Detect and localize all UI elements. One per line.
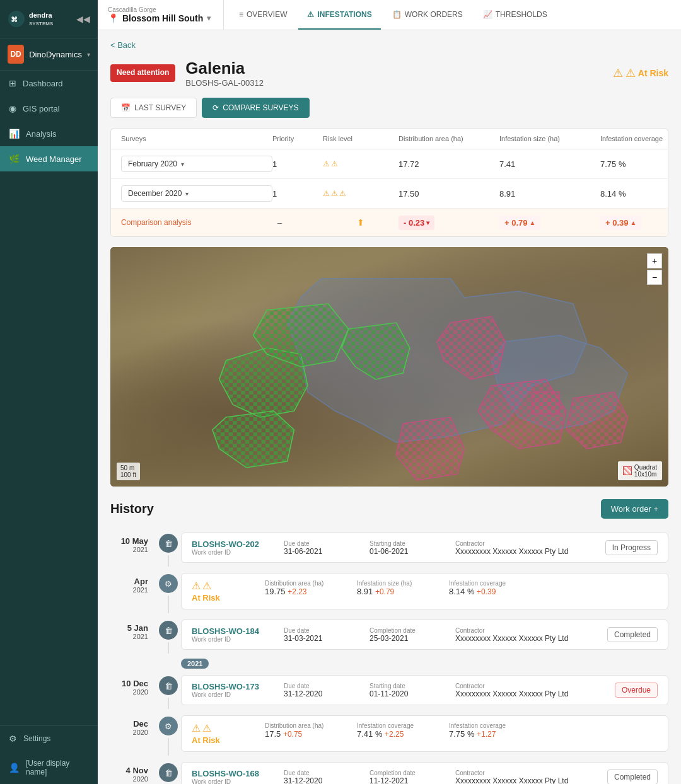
risk-icons-2: ⚠ ⚠ ⚠: [323, 189, 399, 198]
up-arrow-icon: ⬆: [357, 217, 364, 228]
status-badge: Completed: [607, 770, 658, 784]
comparison-row-2: December 2020 ▾ 1 ⚠ ⚠ ⚠ 17.50 8.91 8.14 …: [111, 179, 668, 209]
card-id-label: Work order ID: [192, 636, 274, 643]
work-order-icon: 🗑: [159, 534, 178, 553]
tab-label: WORK ORDERS: [405, 10, 463, 19]
timeline-date: 10 May 2021: [110, 529, 156, 567]
field-value: 31-03-2021: [284, 634, 359, 643]
timeline-date: 4 Nov 2020: [110, 758, 156, 784]
survey-icon: ⚙: [159, 717, 178, 735]
comp-dist-area: - 0.23 ▾: [399, 216, 434, 230]
svg-text:⌘: ⌘: [11, 16, 18, 23]
location-name: 📍 Blossom Hill South ▾: [108, 13, 213, 23]
header-inf-size: Infestation size (ha): [499, 135, 600, 142]
user-avatar: DD: [8, 45, 24, 64]
user-section[interactable]: DD DinoDynamics ▾: [0, 38, 98, 71]
tab-compare-surveys[interactable]: ⟳ COMPARE SURVEYS: [202, 98, 309, 118]
comparison-table: Surveys Priority Risk level Distribution…: [110, 128, 668, 237]
tab-label: OVERVIEW: [247, 10, 287, 19]
sidebar-bottom: ⚙ Settings 👤 [User display name]: [0, 725, 98, 784]
chevron-down-icon: ▾: [181, 161, 184, 168]
survey-card-row: ⚠ ⚠ At Risk Distribution area (ha) 17.5 …: [192, 722, 658, 745]
field-label: Due date: [284, 770, 359, 776]
timeline-connector: ⚙: [156, 569, 181, 613]
risk-icons-1: ⚠ ⚠: [323, 159, 399, 168]
history-item-1: 10 May 2021 🗑 BLOSHS-WO-202 Work order I…: [110, 529, 668, 567]
warning-icon-2: ⚠: [626, 66, 636, 80]
date-year: 2020: [133, 729, 148, 736]
sidebar-item-dashboard[interactable]: ⊞ Dashboard: [0, 71, 98, 96]
warning-icon: ⚠: [323, 189, 330, 198]
map-zoom-out-button[interactable]: −: [647, 270, 662, 285]
analysis-icon: 📊: [9, 129, 20, 139]
contractor-value: Xxxxxxxxx Xxxxxx Xxxxxx Pty Ltd: [455, 689, 605, 698]
tab-overview[interactable]: ≡ OVERVIEW: [230, 0, 296, 30]
inf-coverage-2: 8.14 %: [600, 189, 668, 199]
comparison-row-1: February 2020 ▾ 1 ⚠ ⚠ 17.72 7.41 7.75 %: [111, 149, 668, 179]
card-id-section: BLOSHS-WO-202 Work order ID: [192, 539, 274, 556]
sidebar-item-analysis[interactable]: 📊 Analysis: [0, 121, 98, 146]
field-label: Starting date: [370, 683, 445, 689]
card-due-date: Due date 31-12-2020: [284, 770, 359, 785]
location-caret-icon: ▾: [207, 14, 211, 23]
inf-size-1: 7.41: [499, 159, 600, 169]
card-due-date: Due date 31-12-2020: [284, 683, 359, 698]
warning-icon: ⚠: [331, 159, 338, 168]
overview-icon: ≡: [239, 10, 243, 19]
priority-val-1: 1: [272, 159, 323, 169]
location-selector[interactable]: Cascadilla Gorge 📍 Blossom Hill South ▾: [98, 0, 224, 30]
inf-size-2: 8.91: [499, 189, 600, 199]
history-item-4: 10 Dec 2020 🗑 BLOSHS-WO-173 Work order I…: [110, 671, 668, 709]
sidebar-item-gis-portal[interactable]: ◉ GIS portal: [0, 96, 98, 121]
map-zoom-in-button[interactable]: +: [647, 253, 662, 268]
tab-work-orders[interactable]: 📋 WORK ORDERS: [383, 0, 472, 30]
card-id-section: BLOSHS-WO-184 Work order ID: [192, 626, 274, 643]
survey-dropdown-2[interactable]: December 2020 ▾: [121, 185, 272, 202]
up-arrow-icon: ▲: [631, 219, 637, 226]
metric-value: 17.5 +0.75: [265, 729, 347, 739]
location-name-text: Blossom Hill South: [122, 13, 203, 23]
compare-icon: ⟳: [212, 103, 219, 112]
comparison-result-row: Comparison analysis – ⬆ - 0.23 ▾: [111, 209, 668, 236]
card-id-section: BLOSHS-WO-173 Work order ID: [192, 682, 274, 698]
date-year: 2021: [133, 586, 148, 594]
survey-metric-cov: Infestation coverage 8.14 % +0.39: [449, 580, 531, 596]
dist-area-2: 17.50: [399, 189, 499, 199]
tab-label: INFESTATIONS: [317, 10, 371, 19]
survey-dropdown-1[interactable]: February 2020 ▾: [121, 156, 272, 172]
work-order-icon: 🗑: [159, 676, 178, 695]
tab-thresholds[interactable]: 📈 THRESHOLDS: [474, 0, 556, 30]
tab-infestations[interactable]: ⚠ INFESTATIONS: [298, 0, 380, 30]
card-work-order-id: BLOSHS-WO-202: [192, 539, 274, 549]
map-region-pink-3: [566, 392, 627, 449]
map-container: + − 50 m 100 ft Quadrat10x10m: [110, 247, 668, 487]
date-year: 2021: [133, 546, 148, 553]
header-dist-area: Distribution area (ha): [399, 135, 499, 142]
card-id-label: Work order ID: [192, 549, 274, 556]
comp-risk: ⬆: [323, 215, 399, 230]
field-label: Due date: [284, 627, 359, 634]
tab-last-survey[interactable]: 📅 LAST SURVEY: [110, 98, 197, 118]
sidebar-item-weed-manager[interactable]: 🌿 Weed Manager: [0, 146, 98, 171]
sidebar-item-label: Analysis: [26, 129, 56, 139]
metric-label: Infestation size (ha): [357, 580, 439, 587]
timeline-connector: 🗑: [156, 616, 181, 654]
comparison-table-header: Surveys Priority Risk level Distribution…: [111, 129, 668, 149]
history-card: BLOSHS-WO-173 Work order ID Due date 31-…: [181, 675, 668, 705]
year-divider-2021: 2021: [110, 659, 668, 669]
field-label: Completion date: [370, 627, 445, 634]
sidebar-collapse-button[interactable]: ◀◀: [76, 14, 90, 24]
back-link[interactable]: < Back: [110, 40, 668, 50]
date-year: 2021: [133, 633, 148, 640]
logo-text: dendraSYSTEMS: [29, 11, 53, 26]
sidebar-item-user[interactable]: 👤 [User display name]: [0, 751, 98, 784]
header-priority: Priority: [272, 135, 323, 142]
year-label: 2021: [181, 659, 209, 669]
sidebar-item-settings[interactable]: ⚙ Settings: [0, 726, 98, 751]
timeline-connector: ⚙: [156, 712, 181, 756]
survey-card-row: ⚠ ⚠ At Risk Distribution area (ha) 19.75…: [192, 580, 658, 602]
comp-priority: –: [272, 216, 323, 230]
survey-status-value: At Risk: [192, 735, 255, 745]
contractor-value: Xxxxxxxxx Xxxxxx Xxxxxx Pty Ltd: [455, 776, 597, 785]
work-order-button[interactable]: Work order +: [601, 499, 668, 519]
